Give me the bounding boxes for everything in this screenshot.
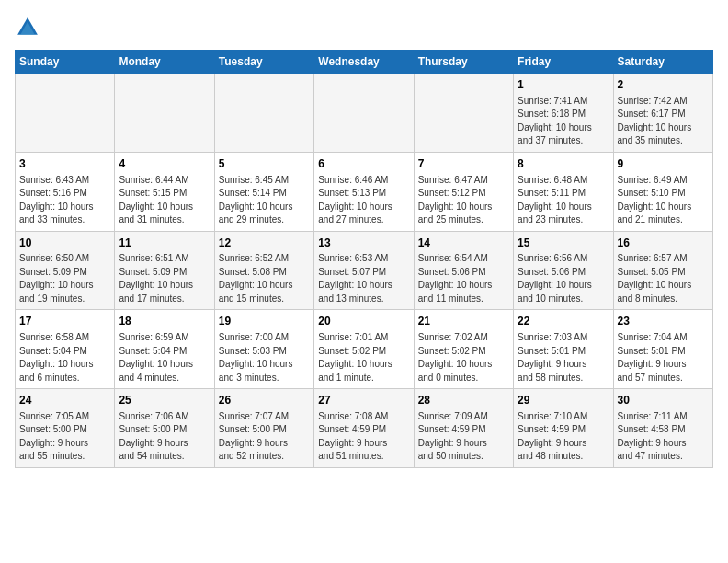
day-info: Sunrise: 7:09 AM Sunset: 4:59 PM Dayligh… — [418, 410, 509, 464]
day-number: 7 — [418, 156, 509, 172]
day-info: Sunrise: 7:41 AM Sunset: 6:18 PM Dayligh… — [518, 95, 609, 148]
day-info: Sunrise: 7:42 AM Sunset: 6:17 PM Dayligh… — [618, 95, 709, 148]
calendar-table: SundayMondayTuesdayWednesdayThursdayFrid… — [15, 50, 713, 468]
day-cell-29: 29Sunrise: 7:10 AM Sunset: 4:59 PM Dayli… — [514, 389, 613, 468]
day-number: 8 — [518, 156, 609, 172]
empty-cell — [214, 74, 313, 153]
day-cell-8: 8Sunrise: 6:48 AM Sunset: 5:11 PM Daylig… — [514, 152, 613, 231]
weekday-header-tuesday: Tuesday — [214, 51, 313, 74]
day-cell-30: 30Sunrise: 7:11 AM Sunset: 4:58 PM Dayli… — [613, 389, 712, 468]
day-number: 6 — [318, 156, 409, 172]
day-cell-5: 5Sunrise: 6:45 AM Sunset: 5:14 PM Daylig… — [214, 152, 313, 231]
day-cell-6: 6Sunrise: 6:46 AM Sunset: 5:13 PM Daylig… — [314, 152, 414, 231]
day-number: 14 — [418, 236, 509, 251]
day-number: 27 — [318, 393, 409, 408]
day-cell-13: 13Sunrise: 6:53 AM Sunset: 5:07 PM Dayli… — [314, 231, 414, 310]
day-info: Sunrise: 7:05 AM Sunset: 5:00 PM Dayligh… — [19, 410, 110, 464]
day-info: Sunrise: 7:10 AM Sunset: 4:59 PM Dayligh… — [518, 410, 609, 464]
day-info: Sunrise: 7:06 AM Sunset: 5:00 PM Dayligh… — [119, 410, 210, 464]
weekday-header-monday: Monday — [115, 51, 214, 74]
day-number: 5 — [219, 156, 310, 172]
empty-cell — [414, 74, 513, 153]
day-info: Sunrise: 7:00 AM Sunset: 5:03 PM Dayligh… — [219, 331, 310, 385]
week-row-4: 24Sunrise: 7:05 AM Sunset: 5:00 PM Dayli… — [16, 389, 713, 468]
weekday-header-row: SundayMondayTuesdayWednesdayThursdayFrid… — [16, 51, 713, 74]
day-cell-28: 28Sunrise: 7:09 AM Sunset: 4:59 PM Dayli… — [414, 389, 513, 468]
day-number: 25 — [119, 393, 210, 408]
day-cell-27: 27Sunrise: 7:08 AM Sunset: 4:59 PM Dayli… — [314, 389, 414, 468]
day-cell-18: 18Sunrise: 6:59 AM Sunset: 5:04 PM Dayli… — [115, 310, 214, 389]
weekday-header-wednesday: Wednesday — [314, 51, 414, 74]
day-number: 16 — [618, 236, 709, 251]
day-info: Sunrise: 6:50 AM Sunset: 5:09 PM Dayligh… — [19, 252, 110, 305]
day-info: Sunrise: 6:49 AM Sunset: 5:10 PM Dayligh… — [618, 174, 709, 227]
day-cell-25: 25Sunrise: 7:06 AM Sunset: 5:00 PM Dayli… — [115, 389, 214, 468]
day-cell-19: 19Sunrise: 7:00 AM Sunset: 5:03 PM Dayli… — [214, 310, 313, 389]
weekday-header-saturday: Saturday — [613, 51, 712, 74]
day-info: Sunrise: 7:08 AM Sunset: 4:59 PM Dayligh… — [318, 410, 409, 464]
day-number: 1 — [518, 77, 609, 93]
day-number: 18 — [119, 314, 210, 329]
day-cell-21: 21Sunrise: 7:02 AM Sunset: 5:02 PM Dayli… — [414, 310, 513, 389]
day-info: Sunrise: 6:45 AM Sunset: 5:14 PM Dayligh… — [219, 174, 310, 227]
day-cell-4: 4Sunrise: 6:44 AM Sunset: 5:15 PM Daylig… — [115, 152, 214, 231]
day-info: Sunrise: 7:01 AM Sunset: 5:02 PM Dayligh… — [318, 331, 409, 385]
day-info: Sunrise: 6:59 AM Sunset: 5:04 PM Dayligh… — [119, 331, 210, 385]
day-number: 4 — [119, 156, 210, 172]
logo-icon — [15, 15, 40, 40]
day-cell-7: 7Sunrise: 6:47 AM Sunset: 5:12 PM Daylig… — [414, 152, 513, 231]
day-number: 12 — [219, 236, 310, 251]
day-number: 23 — [618, 314, 709, 329]
day-number: 20 — [318, 314, 409, 329]
day-number: 13 — [318, 236, 409, 251]
day-number: 28 — [418, 393, 509, 408]
day-info: Sunrise: 6:44 AM Sunset: 5:15 PM Dayligh… — [119, 174, 210, 227]
week-row-1: 3Sunrise: 6:43 AM Sunset: 5:16 PM Daylig… — [16, 152, 713, 231]
day-number: 19 — [219, 314, 310, 329]
day-info: Sunrise: 6:43 AM Sunset: 5:16 PM Dayligh… — [19, 174, 110, 227]
day-cell-10: 10Sunrise: 6:50 AM Sunset: 5:09 PM Dayli… — [16, 231, 115, 310]
day-info: Sunrise: 7:11 AM Sunset: 4:58 PM Dayligh… — [618, 410, 709, 464]
day-info: Sunrise: 6:58 AM Sunset: 5:04 PM Dayligh… — [19, 331, 110, 385]
week-row-3: 17Sunrise: 6:58 AM Sunset: 5:04 PM Dayli… — [16, 310, 713, 389]
day-cell-16: 16Sunrise: 6:57 AM Sunset: 5:05 PM Dayli… — [613, 231, 712, 310]
day-info: Sunrise: 6:54 AM Sunset: 5:06 PM Dayligh… — [418, 252, 509, 305]
day-cell-24: 24Sunrise: 7:05 AM Sunset: 5:00 PM Dayli… — [16, 389, 115, 468]
day-cell-14: 14Sunrise: 6:54 AM Sunset: 5:06 PM Dayli… — [414, 231, 513, 310]
day-number: 10 — [19, 236, 110, 251]
day-info: Sunrise: 6:48 AM Sunset: 5:11 PM Dayligh… — [518, 174, 609, 227]
day-cell-12: 12Sunrise: 6:52 AM Sunset: 5:08 PM Dayli… — [214, 231, 313, 310]
day-cell-2: 2Sunrise: 7:42 AM Sunset: 6:17 PM Daylig… — [613, 74, 712, 153]
empty-cell — [314, 74, 414, 153]
day-cell-1: 1Sunrise: 7:41 AM Sunset: 6:18 PM Daylig… — [514, 74, 613, 153]
day-info: Sunrise: 6:46 AM Sunset: 5:13 PM Dayligh… — [318, 174, 409, 227]
day-info: Sunrise: 7:03 AM Sunset: 5:01 PM Dayligh… — [518, 331, 609, 385]
day-info: Sunrise: 6:53 AM Sunset: 5:07 PM Dayligh… — [318, 252, 409, 305]
day-number: 24 — [19, 393, 110, 408]
day-number: 15 — [518, 236, 609, 251]
day-info: Sunrise: 6:47 AM Sunset: 5:12 PM Dayligh… — [418, 174, 509, 227]
day-cell-22: 22Sunrise: 7:03 AM Sunset: 5:01 PM Dayli… — [514, 310, 613, 389]
day-number: 26 — [219, 393, 310, 408]
empty-cell — [115, 74, 214, 153]
logo — [15, 15, 44, 40]
day-info: Sunrise: 6:57 AM Sunset: 5:05 PM Dayligh… — [618, 252, 709, 305]
day-cell-9: 9Sunrise: 6:49 AM Sunset: 5:10 PM Daylig… — [613, 152, 712, 231]
day-info: Sunrise: 7:07 AM Sunset: 5:00 PM Dayligh… — [219, 410, 310, 464]
day-cell-26: 26Sunrise: 7:07 AM Sunset: 5:00 PM Dayli… — [214, 389, 313, 468]
day-info: Sunrise: 7:02 AM Sunset: 5:02 PM Dayligh… — [418, 331, 509, 385]
day-number: 11 — [119, 236, 210, 251]
day-info: Sunrise: 6:51 AM Sunset: 5:09 PM Dayligh… — [119, 252, 210, 305]
day-number: 29 — [518, 393, 609, 408]
header — [15, 15, 713, 40]
day-number: 9 — [618, 156, 709, 172]
day-cell-23: 23Sunrise: 7:04 AM Sunset: 5:01 PM Dayli… — [613, 310, 712, 389]
empty-cell — [16, 74, 115, 153]
weekday-header-sunday: Sunday — [16, 51, 115, 74]
day-number: 2 — [618, 77, 709, 93]
weekday-header-friday: Friday — [514, 51, 613, 74]
day-number: 17 — [19, 314, 110, 329]
day-number: 21 — [418, 314, 509, 329]
week-row-0: 1Sunrise: 7:41 AM Sunset: 6:18 PM Daylig… — [16, 74, 713, 153]
day-number: 22 — [518, 314, 609, 329]
